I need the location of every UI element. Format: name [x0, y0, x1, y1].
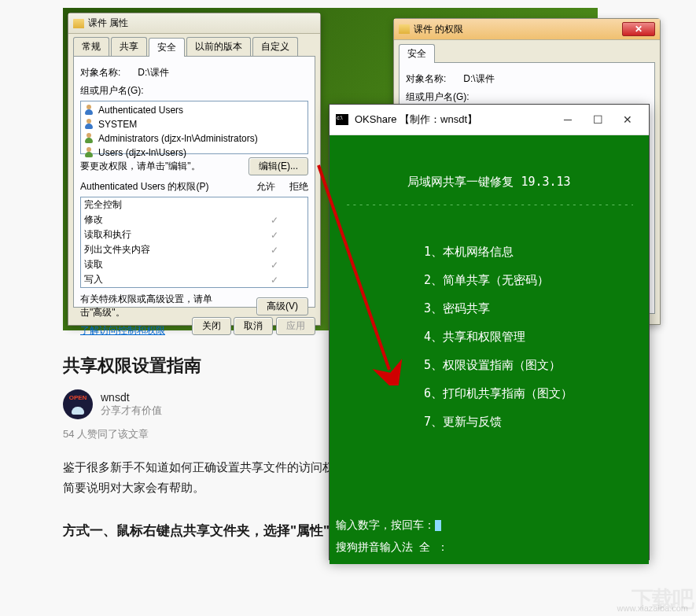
console-body: 局域网共享一键修复 19.3.13 ----------------------…: [330, 135, 649, 564]
okshare-window: OKShare 【制作：wnsdt】 ─ ☐ ✕ 局域网共享一键修复 19.3.…: [329, 104, 650, 560]
properties-window: 课件 属性 常规 共享 安全 以前的版本 自定义 对象名称: D:\课件 组或用…: [68, 13, 321, 326]
input-prompt: 输入数字，按回车：: [336, 518, 435, 531]
object-name-value: D:\课件: [463, 73, 494, 84]
permissions-table: 完全控制 修改✓ 读取和执行✓ 列出文件夹内容✓ 读取✓ 写入✓: [80, 197, 308, 288]
close-icon[interactable]: ✕: [622, 22, 655, 36]
window-title: 课件 属性: [88, 17, 128, 30]
menu-item: 1、本机网络信息: [424, 238, 633, 266]
edit-hint: 要更改权限，请单击"编辑"。: [80, 160, 201, 173]
cmd-icon: [336, 114, 348, 125]
group-icon: [84, 133, 95, 144]
advanced-hint: 有关特殊权限或高级设置，请单击"高级"。: [80, 293, 222, 319]
window-titlebar: 课件 属性: [68, 13, 320, 34]
list-item[interactable]: Authenticated Users: [98, 104, 183, 116]
tab-strip: 常规 共享 安全 以前的版本 自定义: [68, 34, 320, 56]
menu-item: 5、权限设置指南（图文）: [424, 351, 633, 379]
list-item[interactable]: SYSTEM: [98, 118, 137, 131]
folder-icon: [73, 19, 84, 28]
window-title: 课件 的权限: [414, 23, 463, 36]
folder-icon: [399, 24, 410, 34]
tab-previous[interactable]: 以前的版本: [186, 37, 251, 56]
minimize-icon[interactable]: ─: [553, 109, 583, 130]
list-item[interactable]: Users (djzx-ln\Users): [98, 146, 186, 159]
avatar[interactable]: [63, 389, 93, 419]
close-icon[interactable]: ✕: [613, 109, 643, 130]
allow-header: 允许: [256, 180, 275, 194]
object-name-value: D:\课件: [138, 67, 168, 78]
window-titlebar: 课件 的权限 ✕: [394, 19, 660, 40]
groups-label: 组或用户名(G):: [80, 84, 308, 98]
cursor-icon: [435, 520, 441, 531]
tab-security[interactable]: 安全: [399, 44, 435, 63]
list-item[interactable]: Administrators (djzx-ln\Administrators): [98, 132, 258, 145]
menu-item: 6、打印机共享指南（图文）: [424, 379, 633, 408]
group-icon: [84, 147, 95, 158]
tab-customize[interactable]: 自定义: [252, 37, 298, 56]
perm-header-label: Authenticated Users 的权限(P): [80, 180, 208, 194]
edit-button[interactable]: 编辑(E)...: [249, 157, 308, 175]
tab-sharing[interactable]: 共享: [111, 37, 147, 56]
user-listbox[interactable]: Authenticated Users SYSTEM Administrator…: [80, 101, 308, 154]
window-title: OKShare 【制作：wnsdt】: [355, 113, 477, 127]
menu-item: 3、密码共享: [424, 294, 633, 323]
maximize-icon[interactable]: ☐: [583, 109, 613, 130]
user-icon: [84, 105, 95, 116]
close-button[interactable]: 关闭: [192, 317, 231, 335]
advanced-button[interactable]: 高级(V): [256, 297, 308, 315]
tab-security[interactable]: 安全: [149, 38, 185, 57]
author-tagline: 分享才有价值: [101, 404, 162, 418]
tab-general[interactable]: 常规: [73, 37, 109, 56]
deny-header: 拒绝: [289, 180, 308, 194]
object-name-label: 对象名称:: [406, 72, 461, 86]
cancel-button[interactable]: 取消: [234, 317, 273, 335]
menu-item: 7、更新与反馈: [424, 408, 633, 436]
object-name-label: 对象名称:: [80, 66, 135, 79]
app-header: 局域网共享一键修复 19.3.13: [345, 175, 633, 190]
menu-list: 1、本机网络信息 2、简单共享（无密码） 3、密码共享 4、共享和权限管理 5、…: [424, 238, 633, 436]
tab-panel-security: 对象名称: D:\课件 组或用户名(G): Authenticated User…: [73, 56, 315, 308]
help-link[interactable]: 了解访问控制和权限: [80, 325, 165, 336]
author-name[interactable]: wnsdt: [101, 391, 162, 404]
user-icon: [84, 119, 95, 130]
divider: ----------------------------------------…: [345, 199, 633, 210]
ime-status: 搜狗拼音输入法 全 ：: [336, 540, 448, 555]
window-titlebar: OKShare 【制作：wnsdt】 ─ ☐ ✕: [330, 105, 649, 135]
groups-label: 组或用户名(G):: [406, 90, 648, 104]
menu-item: 2、简单共享（无密码）: [424, 266, 633, 294]
watermark-url: www.xiazaiba.com: [617, 603, 688, 613]
menu-item: 4、共享和权限管理: [424, 323, 633, 351]
apply-button[interactable]: 应用: [276, 317, 315, 335]
